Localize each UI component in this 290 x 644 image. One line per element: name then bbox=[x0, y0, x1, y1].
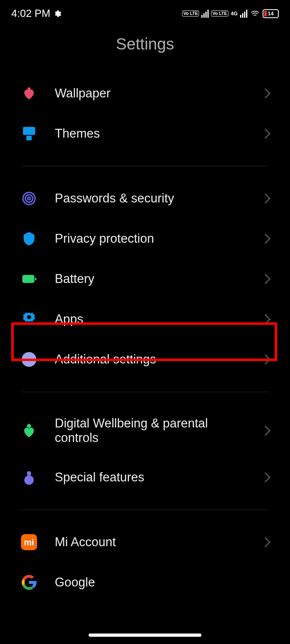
svg-rect-15 bbox=[27, 471, 31, 475]
svg-rect-2 bbox=[26, 136, 31, 140]
volte-badge-icon: Vo LTE bbox=[211, 10, 228, 17]
settings-item-label: Apps bbox=[55, 312, 244, 326]
mi-logo-icon: mi bbox=[21, 534, 37, 550]
svg-point-11 bbox=[28, 359, 30, 361]
chevron-right-icon bbox=[260, 425, 270, 436]
settings-item-label: Themes bbox=[55, 126, 244, 141]
chevron-right-icon bbox=[260, 472, 270, 482]
battery-level: 14 bbox=[263, 10, 278, 17]
svg-point-5 bbox=[28, 197, 31, 200]
home-indicator[interactable] bbox=[89, 634, 201, 637]
svg-point-4 bbox=[25, 195, 33, 202]
settings-item-google[interactable]: Google bbox=[21, 562, 269, 603]
status-time: 4:02 PM bbox=[11, 7, 50, 20]
svg-point-0 bbox=[28, 87, 31, 90]
signal-bars-icon bbox=[240, 10, 247, 18]
chevron-right-icon bbox=[260, 354, 270, 364]
svg-rect-6 bbox=[22, 275, 34, 283]
settings-item-label: Digital Wellbeing & parental controls bbox=[55, 416, 244, 445]
fingerprint-icon bbox=[21, 190, 37, 206]
wallpaper-icon bbox=[21, 85, 37, 101]
settings-gear-icon bbox=[54, 10, 62, 18]
battery-icon: 14 bbox=[263, 9, 279, 18]
battery-icon bbox=[21, 271, 37, 287]
settings-item-special[interactable]: Special features bbox=[21, 457, 269, 497]
svg-text:mi: mi bbox=[24, 537, 34, 547]
google-logo-icon bbox=[21, 574, 37, 590]
svg-point-8 bbox=[27, 315, 31, 319]
svg-point-14 bbox=[24, 475, 33, 485]
settings-item-battery[interactable]: Battery bbox=[21, 259, 269, 299]
shield-icon bbox=[21, 231, 37, 247]
settings-item-wellbeing[interactable]: Digital Wellbeing & parental controls bbox=[21, 404, 269, 457]
settings-item-themes[interactable]: Themes bbox=[21, 114, 269, 154]
status-bar-right: Vo LTE Vo LTE 4G 14 bbox=[182, 9, 279, 18]
wifi-icon bbox=[250, 9, 260, 18]
person-heart-icon bbox=[21, 423, 37, 439]
svg-point-10 bbox=[25, 359, 27, 361]
settings-item-label: Google bbox=[55, 575, 269, 590]
more-dots-icon bbox=[21, 351, 37, 367]
settings-item-apps[interactable]: Apps bbox=[21, 299, 269, 339]
settings-list: Wallpaper Themes Passwords & security Pr… bbox=[0, 73, 290, 603]
settings-item-label: Additional settings bbox=[55, 352, 244, 367]
chevron-right-icon bbox=[260, 314, 270, 324]
settings-item-label: Mi Account bbox=[55, 535, 244, 549]
signal-bars-icon bbox=[201, 10, 209, 18]
chevron-right-icon bbox=[260, 537, 270, 547]
volte-badge-icon: Vo LTE bbox=[182, 10, 199, 17]
svg-rect-1 bbox=[23, 127, 35, 135]
chevron-right-icon bbox=[260, 233, 270, 244]
settings-item-passwords[interactable]: Passwords & security bbox=[21, 178, 269, 219]
chevron-right-icon bbox=[260, 274, 270, 284]
settings-item-wallpaper[interactable]: Wallpaper bbox=[21, 73, 269, 114]
settings-item-label: Privacy protection bbox=[55, 231, 244, 246]
section-divider bbox=[21, 392, 269, 392]
section-divider bbox=[21, 510, 269, 510]
chevron-right-icon bbox=[260, 128, 270, 138]
settings-item-label: Passwords & security bbox=[55, 191, 244, 206]
flask-icon bbox=[21, 469, 37, 485]
status-bar-left: 4:02 PM bbox=[11, 7, 62, 20]
settings-item-label: Wallpaper bbox=[55, 86, 244, 101]
settings-item-label: Special features bbox=[55, 470, 244, 485]
network-type: 4G bbox=[231, 10, 238, 17]
settings-item-mi-account[interactable]: mi Mi Account bbox=[21, 522, 269, 562]
settings-item-additional[interactable]: Additional settings bbox=[21, 339, 269, 380]
svg-point-12 bbox=[31, 359, 33, 361]
page-title: Settings bbox=[0, 23, 290, 73]
settings-item-label: Battery bbox=[55, 272, 244, 286]
status-bar: 4:02 PM Vo LTE Vo LTE 4G 14 bbox=[0, 0, 290, 23]
svg-rect-7 bbox=[35, 278, 36, 281]
chevron-right-icon bbox=[260, 88, 270, 98]
settings-item-privacy[interactable]: Privacy protection bbox=[21, 219, 269, 259]
themes-icon bbox=[21, 126, 37, 142]
section-divider bbox=[21, 166, 269, 166]
app-gear-icon bbox=[21, 311, 37, 327]
svg-point-13 bbox=[27, 424, 31, 428]
chevron-right-icon bbox=[260, 193, 270, 203]
